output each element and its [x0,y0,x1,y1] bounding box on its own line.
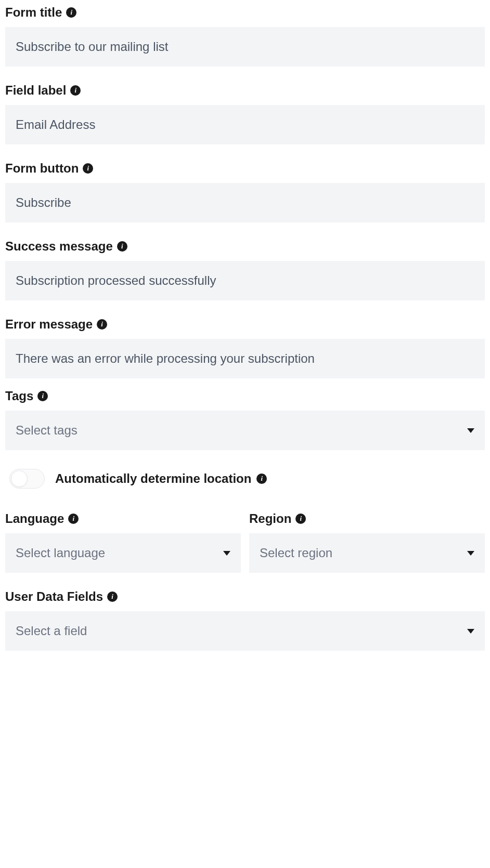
language-placeholder: Select language [16,546,105,560]
info-icon[interactable]: i [66,7,76,18]
auto-location-row: Automatically determine location i [5,469,485,489]
info-icon[interactable]: i [37,391,48,401]
chevron-down-icon [467,629,474,634]
form-title-input[interactable] [5,27,485,67]
user-data-fields-group: User Data Fields i Select a field [5,589,485,651]
error-message-group: Error message i [5,317,485,378]
field-label-label-text: Field label [5,83,66,98]
error-message-label-text: Error message [5,317,93,332]
language-group: Language i Select language [5,511,241,573]
toggle-knob [11,470,28,487]
chevron-down-icon [467,551,474,556]
user-data-fields-placeholder: Select a field [16,624,87,638]
success-message-label-text: Success message [5,239,113,254]
form-title-label: Form title i [5,5,485,20]
auto-location-toggle[interactable] [9,469,45,489]
chevron-down-icon [467,428,474,433]
region-label-text: Region [249,511,291,526]
user-data-fields-label: User Data Fields i [5,589,485,604]
chevron-down-icon [223,551,230,556]
info-icon[interactable]: i [256,474,267,484]
info-icon[interactable]: i [70,85,81,96]
error-message-label: Error message i [5,317,485,332]
success-message-group: Success message i [5,239,485,300]
region-label: Region i [249,511,485,526]
error-message-input[interactable] [5,339,485,378]
info-icon[interactable]: i [97,319,107,330]
field-label-group: Field label i [5,83,485,144]
success-message-input[interactable] [5,261,485,300]
auto-location-label-text: Automatically determine location [55,471,251,486]
region-placeholder: Select region [260,546,332,560]
tags-select[interactable]: Select tags [5,411,485,450]
tags-group: Tags i Select tags [5,389,485,450]
info-icon[interactable]: i [68,514,79,524]
info-icon[interactable]: i [83,163,93,174]
field-label-label: Field label i [5,83,485,98]
language-select[interactable]: Select language [5,533,241,573]
region-group: Region i Select region [249,511,485,573]
user-data-fields-label-text: User Data Fields [5,589,103,604]
tags-label: Tags i [5,389,485,403]
form-title-group: Form title i [5,5,485,67]
form-button-label-text: Form button [5,161,79,176]
form-title-label-text: Form title [5,5,62,20]
language-label-text: Language [5,511,64,526]
tags-label-text: Tags [5,389,33,403]
info-icon[interactable]: i [107,591,118,602]
form-button-input[interactable] [5,183,485,222]
tags-placeholder: Select tags [16,423,78,438]
language-label: Language i [5,511,241,526]
success-message-label: Success message i [5,239,485,254]
form-button-group: Form button i [5,161,485,222]
info-icon[interactable]: i [295,514,306,524]
auto-location-label: Automatically determine location i [55,471,267,486]
field-label-input[interactable] [5,105,485,144]
region-select[interactable]: Select region [249,533,485,573]
user-data-fields-select[interactable]: Select a field [5,611,485,651]
language-region-row: Language i Select language Region i Sele… [5,511,485,589]
info-icon[interactable]: i [117,241,127,252]
form-button-label: Form button i [5,161,485,176]
